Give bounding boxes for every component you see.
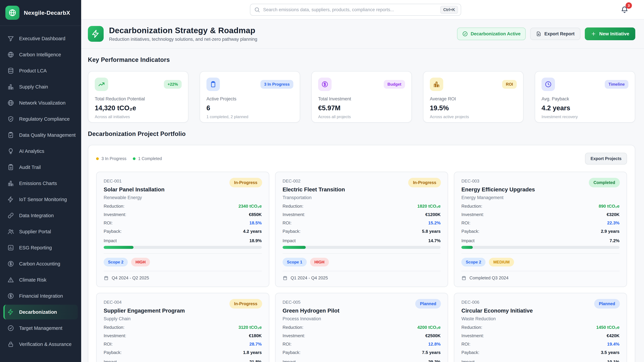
sidebar-item-network-visualization[interactable]: Network Visualization [3,95,78,110]
sidebar-item-supplier-portal[interactable]: Supplier Portal [3,224,78,239]
main-area: Ctrl+K 3 Decarbonization Strategy & Road… [81,0,644,362]
sidebar-item-climate-risk[interactable]: Climate Risk [3,273,78,287]
divider [282,253,441,254]
impact-label: Impact [104,238,117,243]
content: Key Performance Indicators +22%Total Red… [81,49,644,362]
status-legend: 3 In Progress1 Completed [96,156,168,161]
sidebar-item-decarbonization[interactable]: Decarbonization [3,305,78,320]
kpi-badge: +22% [164,80,182,89]
kpi-card-top: +22% [95,78,182,91]
legend-dot-icon [133,157,136,160]
metric-value: 19.4% [607,342,620,347]
metric-label: Reduction: [104,204,124,209]
sidebar-item-verification-assurance[interactable]: Verification & Assurance [3,337,78,352]
project-card-dec-001[interactable]: DEC-001In-ProgressSolar Panel Installati… [96,172,269,287]
metric-row: ROI:15.2% [282,220,441,225]
sidebar-item-label: Emissions Charts [19,181,57,186]
sidebar-item-supply-chain[interactable]: Supply Chain [3,79,78,94]
sidebar-item-label: Executive Dashboard [19,36,66,41]
sidebar-item-esg-reporting[interactable]: ESG Reporting [3,240,78,255]
metric-value: 18.5% [250,220,262,225]
sidebar-item-label: Data Integration [19,213,54,218]
sidebar-item-regulatory-compliance[interactable]: Regulatory Compliance [3,112,78,126]
impact-value: 14.7% [428,238,441,243]
brand-name: Nexgile-DecarbX [24,9,70,16]
sidebar-item-target-management[interactable]: Target Management [3,321,78,336]
sidebar-item-product-lca[interactable]: Product LCA [3,63,78,78]
brand: Nexgile-DecarbX [0,0,81,26]
new-initiative-button[interactable]: New Initiative [585,27,635,40]
sidebar-item-iot-sensor-monitoring[interactable]: IoT Sensor Monitoring [3,192,78,207]
portfolio-heading: Decarbonization Project Portfolio [88,130,635,137]
project-tag: HIGH [310,258,329,267]
search-input[interactable] [263,7,437,12]
metric-label: ROI: [461,220,470,225]
search-icon [254,7,260,13]
kpi-subtext: Across active projects [430,114,517,119]
bulb-icon [8,148,14,155]
sidebar-item-label: Supplier Portal [19,229,51,234]
sidebar-item-label: Data Quality Management [19,132,76,138]
project-category: Process Innovation [282,316,441,322]
metric-row: ROI:19.4% [461,342,620,347]
globe-icon [8,9,16,17]
kpi-subtext: 1 completed, 2 planned [206,114,293,119]
project-tag: Scope 2 [104,258,128,267]
notifications-button[interactable]: 3 [620,6,628,14]
divider [104,253,262,254]
page-header-text: Decarbonization Strategy & Roadmap Reduc… [109,26,257,42]
project-name: Green Hydrogen Pilot [282,308,441,314]
global-search[interactable]: Ctrl+K [250,4,461,16]
sidebar-item-carbon-intelligence[interactable]: Carbon Intelligence [3,47,78,62]
users-icon [8,228,14,235]
kpi-subtext: Across all initiatives [95,114,182,119]
kpi-label: Total Reduction Potential [95,96,182,102]
metric-value: 1820 tCO₂e [418,204,441,209]
kpi-heading: Key Performance Indicators [88,56,635,63]
calendar-icon [461,276,466,281]
impact-row: Impact10.1% [461,359,620,362]
page-header-icon [88,26,104,42]
project-card-dec-002[interactable]: DEC-002In-ProgressElectric Fleet Transit… [275,172,448,287]
metric-value: 28.7% [250,342,262,347]
kpi-row: +22%Total Reduction Potential14,320 tCO₂… [88,71,635,123]
sidebar-item-label: Carbon Intelligence [19,52,61,57]
portfolio-toolbar: 3 In Progress1 Completed Export Projects [96,153,627,165]
sidebar-item-audit-trail[interactable]: Audit Trail [3,160,78,175]
export-report-label: Export Report [544,31,574,36]
sidebar-item-emissions-charts[interactable]: Emissions Charts [3,176,78,191]
project-tags: Scope 2HIGH [104,258,262,267]
metric-label: Investment: [461,212,484,217]
sidebar-item-executive-dashboard[interactable]: Executive Dashboard [3,31,78,46]
project-card-dec-004[interactable]: DEC-004In-ProgressSupplier Engagement Pr… [96,293,269,362]
export-report-button[interactable]: Export Report [530,28,580,40]
export-projects-button[interactable]: Export Projects [585,153,627,165]
project-card-dec-003[interactable]: DEC-003CompletedEnergy Efficiency Upgrad… [454,172,627,287]
metric-value: 3.5 years [601,350,620,355]
sidebar-item-data-quality-management[interactable]: Data Quality Management [3,128,78,142]
project-timeline: Completed Q3 2024 [461,275,620,281]
metric-row: Reduction:2340 tCO₂e [104,204,262,209]
metric-row: ROI:28.7% [104,342,262,347]
project-card-dec-006[interactable]: DEC-006PlannedCircular Economy Initiativ… [454,293,627,362]
sidebar-item-ai-analytics[interactable]: AI Analytics [3,144,78,159]
metric-label: Reduction: [104,325,124,330]
kpi-value: 4.2 years [542,104,628,112]
impact-progress-track [104,246,262,249]
metric-value: €1200K [425,212,440,217]
page-header: Decarbonization Strategy & Roadmap Reduc… [81,19,644,49]
legend-item: 3 In Progress [96,156,126,161]
project-timeline-label: Completed Q3 2024 [470,275,508,281]
legend-label: 3 In Progress [102,156,126,161]
sidebar-item-carbon-accounting[interactable]: Carbon Accounting [3,256,78,271]
sidebar-item-data-integration[interactable]: Data Integration [3,208,78,223]
project-card-dec-005[interactable]: DEC-005PlannedGreen Hydrogen PilotProces… [275,293,448,362]
metric-label: Payback: [104,229,122,234]
impact-value: 29.3% [428,359,441,362]
kpi-label: Avg. Payback [542,96,628,102]
project-tag: Scope 1 [282,258,307,267]
sidebar-item-financial-integration[interactable]: Financial Integration [3,289,78,303]
metric-row: Reduction:1820 tCO₂e [282,204,441,209]
impact-label: Impact [282,238,296,243]
decarbonization-active-pill: Decarbonization Active [457,27,526,40]
